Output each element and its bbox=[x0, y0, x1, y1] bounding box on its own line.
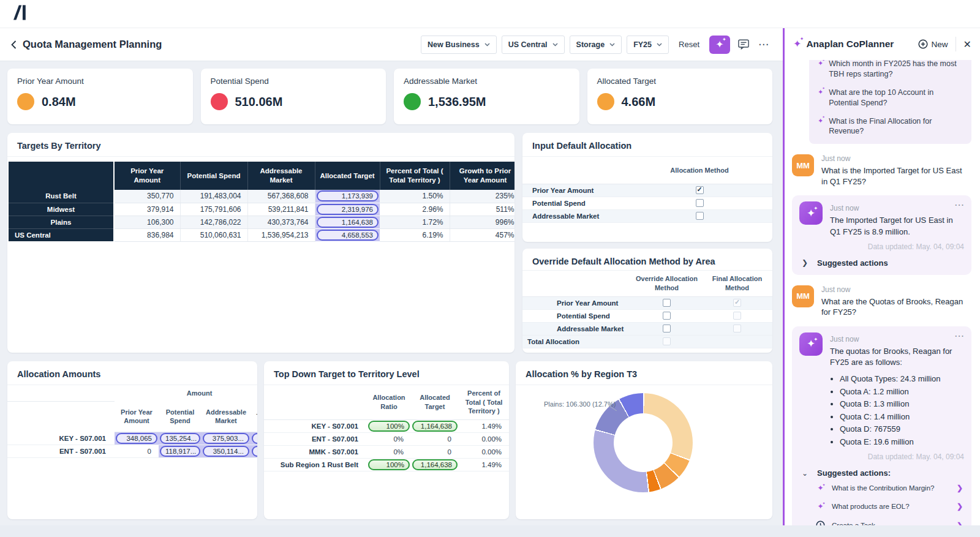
action-contribution-margin[interactable]: ✦ What is the Contribution Margin? ❯ bbox=[815, 479, 963, 497]
table-row: Addressable Market bbox=[522, 209, 772, 222]
chevron-down-icon bbox=[657, 43, 662, 47]
kpi-value: 4.66M bbox=[622, 95, 656, 109]
kpi-label: Addressable Market bbox=[404, 77, 570, 86]
sparkle-icon: ✦ bbox=[818, 89, 823, 108]
more-options-button[interactable]: ⋯ bbox=[757, 38, 771, 51]
action-products-eol[interactable]: ✦ What products are EOL? ❯ bbox=[815, 497, 963, 516]
filter-year[interactable]: FY25 bbox=[627, 36, 669, 54]
filter-product[interactable]: Storage bbox=[570, 36, 622, 54]
chevron-down-icon bbox=[609, 43, 615, 47]
row-label: Midwest bbox=[9, 203, 114, 216]
override-method-checkbox[interactable] bbox=[663, 312, 671, 320]
message-menu-icon[interactable]: ⋯ bbox=[954, 330, 964, 342]
suggestion-text: Which month in FY2025 has the most TBH r… bbox=[829, 60, 963, 80]
coplanner-header: ✦ Anaplan CoPlanner New ✕ bbox=[785, 28, 980, 60]
chart-annotation: Plains: 106.300 (12.7%) bbox=[544, 400, 616, 408]
suggestions-panel: ✦ Which month in FY2025 has the most TBH… bbox=[809, 60, 971, 144]
dashboard-content: Prior Year Amount 0.84M Potential Spend … bbox=[0, 61, 783, 525]
list-item: All Quota Types: 24.3 million bbox=[840, 373, 964, 385]
table-row: Prior Year Amount bbox=[522, 184, 772, 197]
editable-cell[interactable]: 100% bbox=[367, 458, 411, 471]
close-icon[interactable]: ✕ bbox=[963, 39, 971, 50]
suggestion-item[interactable]: ✦ What are the top 10 Account in Potenti… bbox=[818, 88, 963, 108]
kpi-card-potential-spend: Potential Spend 510.06M bbox=[201, 69, 386, 124]
column-header: Potential Spend bbox=[159, 401, 202, 432]
action-label: Create a Task bbox=[832, 522, 875, 525]
filter-territory[interactable]: US Central bbox=[502, 36, 565, 54]
editable-cell[interactable]: 1,164,638 bbox=[315, 216, 380, 228]
bottom-strip bbox=[0, 525, 980, 537]
card-title: Allocation Amounts bbox=[7, 361, 257, 385]
editable-cell[interactable]: 1,164,638 bbox=[411, 419, 459, 432]
user-message: MM Just now What are the Quotas of Brook… bbox=[792, 285, 971, 318]
comments-button[interactable] bbox=[735, 36, 752, 53]
status-dot bbox=[404, 93, 421, 110]
chevron-right-icon: ❯ bbox=[957, 484, 963, 492]
editable-cell[interactable]: 350,114... bbox=[202, 445, 251, 457]
suggested-actions-toggle[interactable]: ❯ Suggested actions bbox=[802, 258, 964, 268]
override-method-checkbox[interactable] bbox=[663, 325, 671, 332]
page-title: Quota Management Planning bbox=[23, 39, 162, 50]
suggested-actions-toggle[interactable]: ⌄ Suggested actions: bbox=[802, 468, 964, 478]
editable-cell[interactable]: 118,917... bbox=[159, 445, 202, 457]
editable-cell[interactable]: 375,903... bbox=[202, 432, 251, 445]
editable-cell[interactable]: 348,065 bbox=[115, 432, 159, 445]
editable-cell[interactable]: 511 bbox=[251, 432, 257, 445]
table-row: Rust Belt 350,770 191,483,004 567,368,60… bbox=[9, 190, 514, 203]
back-button[interactable] bbox=[11, 40, 17, 49]
editable-cell[interactable]: 1,173,939 bbox=[315, 190, 380, 203]
new-conversation-button[interactable]: New bbox=[918, 39, 948, 49]
suggested-actions-label: Suggested actions bbox=[817, 258, 888, 268]
filter-label: New Business bbox=[428, 40, 480, 49]
editable-cell[interactable]: 1,164,638 bbox=[411, 458, 459, 471]
column-header: Prior Year Amount bbox=[115, 401, 159, 432]
table-row: Sub Region 1 Rust Belt 100% 1,164,638 1.… bbox=[264, 458, 509, 471]
final-method-checkbox bbox=[733, 312, 741, 320]
override-method-checkbox[interactable] bbox=[663, 299, 671, 307]
filter-new-business[interactable]: New Business bbox=[421, 36, 497, 54]
kpi-value: 0.84M bbox=[42, 95, 76, 109]
editable-cell[interactable]: 4,658,553 bbox=[315, 228, 380, 241]
message-text: What are the Quotas of Brooks, Reagan fo… bbox=[821, 296, 967, 318]
message-text: The Imported Target for US East in Q1 FY… bbox=[830, 215, 964, 237]
copilot-sparkle-button[interactable]: ✦ bbox=[709, 36, 730, 54]
allocation-method-checkbox[interactable] bbox=[696, 199, 704, 207]
kpi-card-prior-year: Prior Year Amount 0.84M bbox=[7, 69, 193, 124]
kpi-value: 510.06M bbox=[235, 95, 283, 109]
table-row: US Central 836,984 510,060,631 1,536,954… bbox=[9, 228, 514, 241]
column-header: Potential Spend bbox=[180, 162, 247, 190]
row-label: US Central bbox=[9, 228, 114, 241]
allocation-method-checkbox[interactable] bbox=[696, 186, 704, 194]
suggestion-item[interactable]: ✦ Which month in FY2025 has the most TBH… bbox=[818, 60, 963, 80]
editable-cell[interactable]: 2,319,976 bbox=[315, 203, 380, 216]
filter-label: US Central bbox=[508, 40, 548, 49]
action-create-task[interactable]: Create a Task ❯ bbox=[815, 516, 963, 525]
editable-cell[interactable]: 100% bbox=[367, 419, 411, 432]
allocation-by-region-card: Allocation % by Region T3 Plains: 106.30… bbox=[516, 361, 772, 519]
kpi-row: Prior Year Amount 0.84M Potential Spend … bbox=[7, 69, 772, 124]
suggested-actions-label: Suggested actions: bbox=[817, 468, 891, 478]
editable-cell[interactable]: 135,254... bbox=[159, 432, 202, 445]
task-clock-icon bbox=[815, 520, 826, 525]
column-header: T Alloc bbox=[251, 401, 257, 432]
card-title: Input Default Allocation bbox=[522, 133, 772, 157]
coplanner-messages: ✦ Which month in FY2025 has the most TBH… bbox=[785, 60, 980, 525]
sparkle-icon: ✦ bbox=[818, 118, 823, 137]
suggestion-item[interactable]: ✦ What is the Final Allocation for Reven… bbox=[818, 116, 963, 137]
table-row: Addressable Market bbox=[522, 322, 772, 335]
editable-cell[interactable]: 469 bbox=[251, 445, 257, 457]
kpi-label: Prior Year Amount bbox=[17, 77, 183, 86]
message-menu-icon[interactable]: ⋯ bbox=[954, 199, 964, 211]
status-dot bbox=[211, 93, 228, 110]
column-header: Percent of Total ( Total Territory ) bbox=[459, 385, 509, 419]
kpi-label: Potential Spend bbox=[211, 77, 377, 86]
column-header: Override Allocation Method bbox=[631, 271, 702, 296]
reset-button[interactable]: Reset bbox=[679, 40, 699, 49]
allocation-method-checkbox[interactable] bbox=[696, 212, 704, 220]
ai-message: ⋯ ✦ Just now The quotas for Brooks, Reag… bbox=[792, 326, 971, 525]
group-header: Amount bbox=[115, 385, 257, 401]
list-item: Quota C: 1.4 million bbox=[840, 411, 964, 423]
table-row: MMK - S07.001 0% 0 0.00% bbox=[264, 445, 509, 458]
sparkle-icon: ✦ bbox=[715, 40, 723, 50]
comment-icon bbox=[738, 39, 749, 50]
